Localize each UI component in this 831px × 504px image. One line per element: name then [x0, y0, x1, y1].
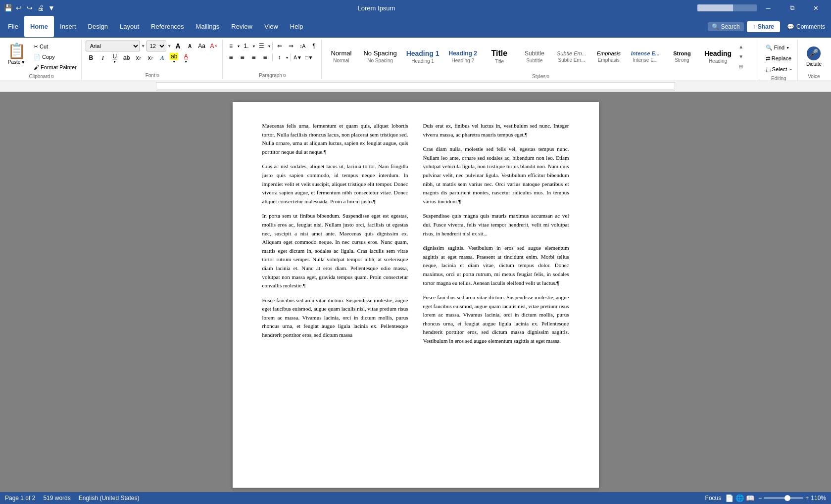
page-number[interactable]: Page 1 of 2 [5, 495, 35, 502]
font-expand-icon[interactable]: ⧉ [156, 73, 159, 78]
focus-button[interactable]: Focus [705, 495, 722, 502]
menu-review[interactable]: Review [225, 16, 258, 37]
style-normal[interactable]: Normal Normal [324, 42, 358, 71]
superscript-button[interactable]: x2 [145, 52, 156, 63]
menu-references[interactable]: References [145, 16, 190, 37]
select-button[interactable]: ⬚ Select ~ [763, 64, 794, 74]
line-spacing-dropdown[interactable]: ▼ [286, 56, 289, 59]
highlight-color-button[interactable]: ab ▼ [169, 52, 180, 63]
style-heading[interactable]: Heading Heading [700, 42, 736, 71]
decrease-indent-button[interactable]: ⇐ [274, 41, 285, 51]
print-layout-view-icon[interactable]: 📄 [725, 494, 733, 502]
zoom-slider[interactable] [764, 497, 803, 499]
minimize-button[interactable]: ─ [757, 0, 780, 16]
menu-mailings[interactable]: Mailings [190, 16, 226, 37]
paragraph-4[interactable]: Fusce faucibus sed arcu vitae dictum. Su… [262, 296, 408, 340]
align-right-button[interactable]: ≡ [248, 52, 259, 63]
save-icon[interactable]: 💾 [4, 4, 12, 12]
justify-button[interactable]: ≡ [260, 52, 271, 63]
style-no-spacing[interactable]: No Spacing No Spacing [359, 42, 401, 71]
zoom-level[interactable]: 110% [811, 495, 826, 502]
page-container[interactable]: Maecenas felis urna, fermentum et quam q… [156, 92, 675, 492]
borders-button[interactable]: □▼ [304, 52, 315, 63]
grow-font-button[interactable]: A [173, 41, 184, 51]
style-strong[interactable]: Strong Strong [665, 42, 699, 71]
sort-button[interactable]: ↕A [297, 41, 308, 51]
language-selector[interactable]: English (United States) [79, 495, 140, 502]
font-color-button[interactable]: A ▼ [181, 52, 192, 63]
style-title[interactable]: Title Title [482, 42, 517, 71]
font-name-dropdown-icon[interactable]: ▼ [141, 44, 146, 48]
style-emphasis[interactable]: Emphasis Emphasis [591, 42, 626, 71]
print-icon[interactable]: 🖨 [37, 4, 45, 12]
numbering-button[interactable]: 1. [241, 41, 252, 51]
zoom-in-button[interactable]: + [805, 495, 809, 502]
style-subtitle[interactable]: Subtitle Subtitle [517, 42, 552, 71]
zoom-out-button[interactable]: − [758, 495, 762, 502]
style-intense-emphasis[interactable]: Intense E... Intense E... [627, 42, 664, 71]
subscript-button[interactable]: x2 [133, 52, 144, 63]
align-center-button[interactable]: ≡ [237, 52, 248, 63]
close-button[interactable]: ✕ [804, 0, 827, 16]
styles-scroll-up-button[interactable]: ▲ [737, 42, 745, 51]
document-page[interactable]: Maecenas felis urna, fermentum et quam q… [233, 102, 599, 488]
style-heading-2[interactable]: Heading 2 Heading 2 [444, 42, 482, 71]
cut-button[interactable]: ✂ Cut [31, 42, 79, 51]
find-dropdown-icon[interactable]: ▼ [786, 46, 789, 49]
format-painter-button[interactable]: 🖌 Format Painter [31, 62, 79, 72]
multilevel-dropdown[interactable]: ▼ [267, 45, 271, 48]
menu-file[interactable]: File [2, 16, 24, 37]
bullets-button[interactable]: ≡ [226, 41, 237, 51]
menu-view[interactable]: View [258, 16, 284, 37]
undo-icon[interactable]: ↩ [15, 4, 23, 12]
find-button[interactable]: 🔍 Find ▼ [763, 43, 794, 52]
increase-indent-button[interactable]: ⇒ [286, 41, 296, 51]
paragraph-8[interactable]: dignissim sagittis. Vestibulum in eros s… [423, 244, 569, 287]
shrink-font-button[interactable]: A [185, 41, 196, 51]
change-case-button[interactable]: Aa [196, 41, 207, 51]
show-formatting-button[interactable]: ¶ [308, 41, 319, 51]
redo-icon[interactable]: ↪ [26, 4, 34, 12]
paragraph-expand-icon[interactable]: ⧉ [283, 73, 286, 78]
paragraph-6[interactable]: Cras diam nulla, molestie sed felis vel,… [423, 145, 569, 206]
paragraph-7[interactable]: Suspendisse quis magna quis mauris maxim… [423, 212, 569, 238]
style-subtle-emphasis[interactable]: Subtle Em... Subtle Em... [552, 42, 591, 71]
font-size-select[interactable]: 12 [147, 41, 166, 51]
dictate-button[interactable]: 🎤 Dictate [802, 41, 826, 72]
font-size-dropdown-icon[interactable]: ▼ [167, 44, 172, 48]
comments-button[interactable]: 💬 Comments [783, 21, 829, 32]
replace-button[interactable]: ⇄ Replace [763, 53, 794, 63]
paragraph-1[interactable]: Maecenas felis urna, fermentum et quam q… [262, 122, 408, 156]
styles-scroll-down-button[interactable]: ▼ [737, 51, 745, 61]
paragraph-5[interactable]: Duis erat ex, finibus vel luctus in, ves… [423, 122, 569, 139]
clipboard-expand-icon[interactable]: ⧉ [51, 74, 54, 79]
italic-button[interactable]: I [98, 52, 108, 63]
read-mode-icon[interactable]: 📖 [746, 494, 754, 502]
web-layout-view-icon[interactable]: 🌐 [735, 494, 744, 502]
paragraph-9[interactable]: Fusce faucibus sed arcu vitae dictum. Su… [423, 293, 569, 346]
bold-button[interactable]: B [86, 52, 97, 63]
style-heading-1[interactable]: Heading 1 Heading 1 [402, 42, 444, 71]
paste-button[interactable]: 📋 Paste ▼ [4, 41, 29, 66]
underline-dropdown-icon[interactable]: ▼ [113, 60, 116, 63]
menu-home[interactable]: Home [24, 16, 54, 37]
menu-layout[interactable]: Layout [114, 16, 145, 37]
menu-help[interactable]: Help [284, 16, 309, 37]
numbering-dropdown[interactable]: ▼ [252, 45, 256, 48]
font-color-dropdown-icon[interactable]: ▼ [184, 60, 188, 63]
word-count[interactable]: 519 words [43, 495, 70, 502]
paragraph-3[interactable]: In porta sem ut finibus bibendum. Suspen… [262, 212, 408, 290]
strikethrough-button[interactable]: ab [121, 52, 132, 63]
menu-insert[interactable]: Insert [54, 16, 82, 37]
bullets-dropdown[interactable]: ▼ [237, 45, 241, 48]
styles-expand-button[interactable]: ⊞ [737, 61, 745, 71]
clear-formatting-button[interactable]: A✕ [208, 41, 219, 51]
paste-dropdown-arrow[interactable]: ▼ [21, 60, 25, 65]
multilevel-button[interactable]: ☰ [256, 41, 267, 51]
text-effects-button[interactable]: A [157, 52, 168, 63]
customize-icon[interactable]: ▼ [48, 4, 55, 12]
copy-button[interactable]: 📄 Copy [31, 52, 79, 62]
share-button[interactable]: ↑ Share [747, 21, 780, 32]
line-spacing-button[interactable]: ↕ [274, 52, 285, 63]
underline-button[interactable]: U ▼ [109, 52, 120, 63]
